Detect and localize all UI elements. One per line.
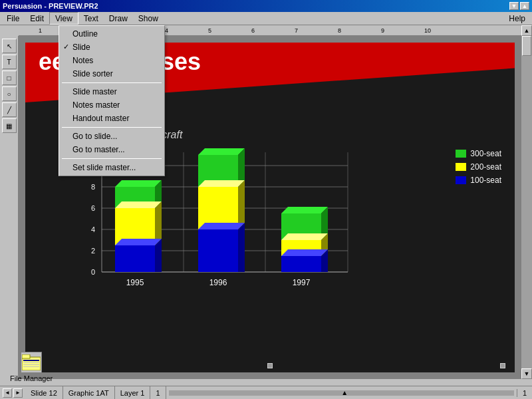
svg-rect-36 [281,256,321,272]
svg-text:1997: 1997 [293,278,311,287]
svg-text:8: 8 [91,183,95,191]
maximize-button[interactable]: ▲ [520,2,529,10]
svg-rect-27 [198,229,238,272]
divider-2 [62,127,162,128]
menu-go-to-slide[interactable]: Go to slide... [59,130,164,143]
menu-notes[interactable]: Notes [59,54,164,67]
svg-marker-35 [238,223,245,272]
nav-right-button[interactable]: ► [13,388,23,398]
menu-slide-master[interactable]: Slide master [59,85,164,98]
svg-marker-43 [281,249,328,256]
menu-handout-master[interactable]: Handout master [59,112,164,125]
menu-slide[interactable]: Slide [59,41,164,54]
status-graphic: Graphic 1AT [63,386,115,399]
svg-text:4: 4 [91,225,95,233]
menu-text[interactable]: Text [78,12,104,25]
divider-3 [62,158,162,159]
status-slide: Slide 12 [25,386,63,399]
svg-text:6: 6 [91,204,95,212]
legend-color-100seat [456,176,466,184]
status-layer: Layer 1 [115,386,151,399]
status-bar: ◄ ► Slide 12 Graphic 1AT Layer 1 1 ▲ 1 [0,386,532,399]
svg-text:2: 2 [91,247,95,255]
left-toolbar: ↖ T □ ○ ╱ ▦ [0,36,19,379]
scroll-down-button[interactable]: ▼ [521,368,532,379]
tool-line[interactable]: ╱ [2,102,17,117]
svg-marker-23 [115,201,162,208]
svg-rect-53 [23,366,39,367]
svg-text:1996: 1996 [209,278,227,287]
status-progress-bar[interactable]: ▲ [169,390,514,396]
scroll-up-button[interactable]: ▲ [521,25,532,36]
menu-notes-master[interactable]: Notes master [59,98,164,112]
tool-pointer[interactable]: ↖ [2,39,17,53]
status-nav: ◄ ► [0,388,25,398]
menu-help[interactable]: Help [503,12,531,25]
status-nav-end: 1 [517,389,532,397]
svg-rect-51 [23,362,39,363]
minimize-button[interactable]: ▼ [509,2,519,10]
svg-marker-39 [281,207,328,213]
menu-show[interactable]: Show [133,12,164,25]
scroll-track[interactable] [521,36,532,368]
svg-marker-30 [198,148,245,155]
menu-view[interactable]: View [49,12,78,25]
title-bar: Persuasion - PREVIEW.PR2 ▼ ▲ [0,0,532,12]
tool-chart[interactable]: ▦ [2,118,17,133]
menu-draw[interactable]: Draw [104,12,133,25]
svg-rect-50 [23,360,39,361]
menu-bar: File Edit View Text Draw Show Help [0,12,532,25]
menu-outline[interactable]: Outline [59,27,164,41]
svg-rect-18 [115,245,155,272]
view-menu-dropdown: Outline Slide Notes Slide sorter Slide m… [59,25,165,176]
progress-arrow: ▲ [341,389,348,396]
menu-file[interactable]: File [1,12,25,25]
file-manager-icon[interactable]: File Manager [10,352,53,382]
svg-rect-49 [22,354,30,358]
svg-marker-34 [198,223,245,229]
nav-left-button[interactable]: ◄ [3,388,12,398]
svg-marker-21 [115,180,162,187]
svg-marker-25 [115,239,162,245]
svg-rect-52 [23,364,39,365]
svg-text:1995: 1995 [126,278,144,287]
svg-marker-32 [198,180,245,187]
legend-color-200seat [456,163,466,171]
chart-legend: 300-seat 200-seat 100-seat [456,149,501,189]
right-scrollbar: ▲ ▼ [521,25,532,379]
legend-label-100seat: 100-seat [470,176,501,185]
menu-edit[interactable]: Edit [25,12,49,25]
tool-oval[interactable]: ○ [2,86,17,101]
menu-slide-sorter[interactable]: Slide sorter [59,67,164,80]
tool-text[interactable]: T [2,55,17,69]
legend-color-300seat [456,150,466,158]
divider-1 [62,82,162,83]
handle-bottom-right[interactable] [500,363,505,368]
svg-rect-48 [22,357,41,370]
title-text: Persuasion - PREVIEW.PR2 [3,2,98,10]
file-manager-icon-image [21,352,42,373]
menu-go-to-master[interactable]: Go to master... [59,143,164,156]
svg-marker-33 [238,180,245,229]
svg-text:0: 0 [91,268,95,276]
legend-label-300seat: 300-seat [470,149,501,158]
status-page: 1 [150,386,166,399]
menu-set-slide-master[interactable]: Set slide master... [59,161,164,174]
scroll-thumb[interactable] [522,36,531,56]
legend-label-200seat: 200-seat [470,162,501,172]
file-manager-label: File Manager [10,374,53,382]
svg-marker-41 [281,233,328,240]
handle-bottom-center[interactable] [267,363,273,368]
tool-rect[interactable]: □ [2,70,17,85]
